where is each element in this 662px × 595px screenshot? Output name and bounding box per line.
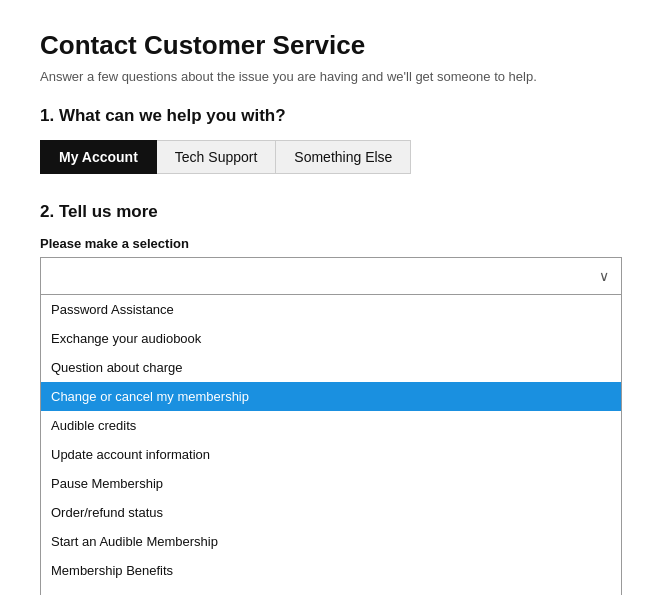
section1-heading: 1. What can we help you with? (40, 106, 622, 126)
select-label: Please make a selection (40, 236, 622, 251)
dropdown-trigger[interactable]: ∨ (40, 257, 622, 295)
dropdown-item-audible-credits[interactable]: Audible credits (41, 411, 621, 440)
topic-tab-group: My Account Tech Support Something Else (40, 140, 622, 174)
page-title: Contact Customer Service (40, 30, 622, 61)
dropdown-item-original-member[interactable]: Original Member Benefit (41, 585, 621, 595)
dropdown-item-question-charge[interactable]: Question about charge (41, 353, 621, 382)
section2-heading: 2. Tell us more (40, 202, 622, 222)
tab-something-else[interactable]: Something Else (276, 140, 411, 174)
dropdown-list: Password Assistance Exchange your audiob… (40, 295, 622, 595)
dropdown-item-exchange-audiobook[interactable]: Exchange your audiobook (41, 324, 621, 353)
dropdown-item-update-account[interactable]: Update account information (41, 440, 621, 469)
dropdown-item-membership-benefits[interactable]: Membership Benefits (41, 556, 621, 585)
dropdown-item-start-audible[interactable]: Start an Audible Membership (41, 527, 621, 556)
page-subtitle: Answer a few questions about the issue y… (40, 69, 622, 84)
dropdown-item-password-assistance[interactable]: Password Assistance (41, 295, 621, 324)
tab-tech-support[interactable]: Tech Support (157, 140, 277, 174)
dropdown-item-order-refund[interactable]: Order/refund status (41, 498, 621, 527)
dropdown-item-change-cancel[interactable]: Change or cancel my membership (41, 382, 621, 411)
tab-my-account[interactable]: My Account (40, 140, 157, 174)
dropdown-item-pause-membership[interactable]: Pause Membership (41, 469, 621, 498)
dropdown-chevron: ∨ (599, 268, 609, 284)
topic-dropdown-container: ∨ Password Assistance Exchange your audi… (40, 257, 622, 595)
